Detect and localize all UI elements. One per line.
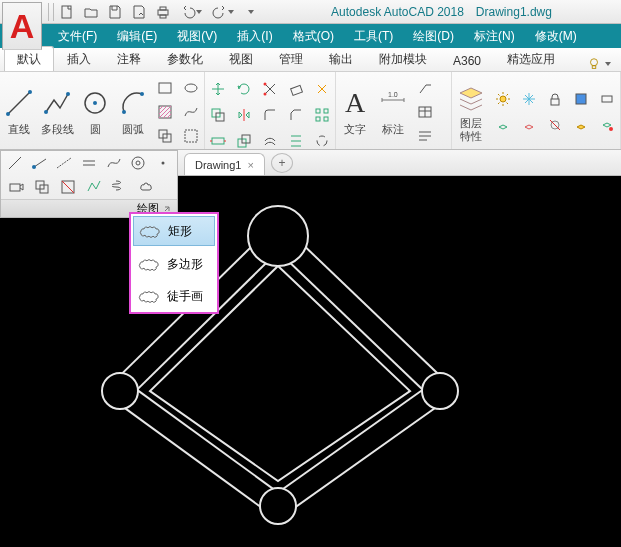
svg-point-10 bbox=[66, 92, 70, 96]
app-logo[interactable]: A bbox=[2, 2, 42, 50]
open-icon[interactable] bbox=[80, 2, 102, 22]
dp-ray-icon[interactable] bbox=[30, 153, 51, 173]
layer-plot-icon[interactable] bbox=[596, 88, 618, 110]
mtext-icon[interactable] bbox=[414, 125, 436, 147]
offset-icon[interactable] bbox=[259, 130, 281, 152]
layer-make-icon[interactable] bbox=[570, 114, 592, 136]
layer-freeze-icon[interactable] bbox=[518, 88, 540, 110]
leader-icon[interactable] bbox=[414, 77, 436, 99]
chamfer-icon[interactable] bbox=[285, 104, 307, 126]
array-icon[interactable] bbox=[311, 104, 333, 126]
circle-label: 圆 bbox=[90, 122, 101, 137]
menu-draw[interactable]: 绘图(D) bbox=[403, 24, 464, 48]
ribbon-help-bulb-icon[interactable] bbox=[577, 57, 621, 71]
trim-icon[interactable] bbox=[259, 78, 281, 100]
tab-featured[interactable]: 精选应用 bbox=[494, 46, 568, 71]
revcloud-rect-item[interactable]: 矩形 bbox=[133, 216, 215, 246]
menu-insert[interactable]: 插入(I) bbox=[227, 24, 282, 48]
svg-rect-15 bbox=[159, 83, 171, 93]
region-icon[interactable] bbox=[154, 125, 176, 147]
menu-format[interactable]: 格式(O) bbox=[283, 24, 344, 48]
spline-icon[interactable] bbox=[180, 101, 202, 123]
boundary-icon[interactable] bbox=[180, 125, 202, 147]
break-icon[interactable] bbox=[311, 130, 333, 152]
revcloud-freehand-label: 徒手画 bbox=[167, 288, 203, 305]
tab-view[interactable]: 视图 bbox=[216, 46, 266, 71]
menu-edit[interactable]: 编辑(E) bbox=[107, 24, 167, 48]
dp-line-icon[interactable] bbox=[5, 153, 26, 173]
dp-xline-icon[interactable] bbox=[54, 153, 75, 173]
tab-output[interactable]: 输出 bbox=[316, 46, 366, 71]
hatch-icon[interactable] bbox=[154, 101, 176, 123]
rect-icon[interactable] bbox=[154, 77, 176, 99]
revcloud-dropdown-menu: 矩形 多边形 徒手画 bbox=[129, 212, 219, 314]
print-icon[interactable] bbox=[152, 2, 174, 22]
revcloud-polygon-item[interactable]: 多边形 bbox=[131, 248, 217, 280]
layer-uniso-icon[interactable] bbox=[518, 114, 540, 136]
circle-tool[interactable]: 圆 bbox=[78, 86, 112, 137]
menu-dim[interactable]: 标注(N) bbox=[464, 24, 525, 48]
svg-rect-38 bbox=[576, 94, 586, 104]
ribbon-tabs: 默认 插入 注释 参数化 视图 管理 输出 附加模块 A360 精选应用 bbox=[0, 48, 621, 72]
polyline-tool[interactable]: 多段线 bbox=[40, 86, 74, 137]
layer-color-icon[interactable] bbox=[570, 88, 592, 110]
save-icon[interactable] bbox=[104, 2, 126, 22]
text-tool[interactable]: A 文字 bbox=[338, 86, 372, 137]
tab-addons[interactable]: 附加模块 bbox=[366, 46, 440, 71]
dp-revcloud-icon[interactable] bbox=[135, 177, 157, 197]
close-icon[interactable]: × bbox=[247, 159, 253, 171]
align-icon[interactable] bbox=[285, 130, 307, 152]
tab-param[interactable]: 参数化 bbox=[154, 46, 216, 71]
svg-point-4 bbox=[591, 59, 598, 66]
move-icon[interactable] bbox=[207, 78, 229, 100]
layer-properties[interactable]: 图层 特性 bbox=[454, 81, 488, 141]
undo-icon[interactable] bbox=[176, 2, 206, 22]
layer-lock-icon[interactable] bbox=[544, 88, 566, 110]
dp-helix-icon[interactable] bbox=[109, 177, 131, 197]
revcloud-freehand-item[interactable]: 徒手画 bbox=[131, 280, 217, 312]
erase-icon[interactable] bbox=[285, 78, 307, 100]
tab-manage[interactable]: 管理 bbox=[266, 46, 316, 71]
table-icon[interactable] bbox=[414, 101, 436, 123]
mirror-icon[interactable] bbox=[233, 104, 255, 126]
saveas-icon[interactable] bbox=[128, 2, 150, 22]
fillet-icon[interactable] bbox=[259, 104, 281, 126]
layer-match-icon[interactable] bbox=[596, 114, 618, 136]
tab-insert[interactable]: 插入 bbox=[54, 46, 104, 71]
explode-icon[interactable] bbox=[311, 78, 333, 100]
doc-tab-drawing1[interactable]: Drawing1 × bbox=[184, 153, 265, 175]
tab-a360[interactable]: A360 bbox=[440, 49, 494, 71]
menu-view[interactable]: 视图(V) bbox=[167, 24, 227, 48]
drawing-canvas[interactable]: 软件自学网 WWW.RJZXW.COM bbox=[0, 176, 621, 547]
new-icon[interactable] bbox=[56, 2, 78, 22]
layer-off-icon[interactable] bbox=[544, 114, 566, 136]
qat-customize-icon[interactable] bbox=[240, 2, 262, 22]
dp-wipeout-icon[interactable] bbox=[57, 177, 79, 197]
dimension-tool[interactable]: 1.0 标注 bbox=[376, 86, 410, 137]
menu-tools[interactable]: 工具(T) bbox=[344, 24, 403, 48]
ellipse-icon[interactable] bbox=[180, 77, 202, 99]
menu-modify[interactable]: 修改(M) bbox=[525, 24, 587, 48]
layer-iso-icon[interactable] bbox=[492, 114, 514, 136]
dp-donut-icon[interactable] bbox=[128, 153, 149, 173]
layer-light-icon[interactable] bbox=[492, 88, 514, 110]
svg-point-12 bbox=[93, 101, 97, 105]
line-tool[interactable]: 直线 bbox=[2, 86, 36, 137]
dp-region2-icon[interactable] bbox=[31, 177, 53, 197]
dp-spline-icon[interactable] bbox=[103, 153, 124, 173]
dp-camera-icon[interactable] bbox=[5, 177, 27, 197]
menu-file[interactable]: 文件(F) bbox=[48, 24, 107, 48]
stretch-icon[interactable] bbox=[207, 130, 229, 152]
dp-3dpoly-icon[interactable] bbox=[83, 177, 105, 197]
scale-icon[interactable] bbox=[233, 130, 255, 152]
tab-annotate[interactable]: 注释 bbox=[104, 46, 154, 71]
dp-mline-icon[interactable] bbox=[79, 153, 100, 173]
new-tab-icon[interactable]: + bbox=[271, 153, 293, 173]
qat-grip[interactable] bbox=[48, 3, 54, 21]
redo-icon[interactable] bbox=[208, 2, 238, 22]
dp-point-icon[interactable] bbox=[152, 153, 173, 173]
svg-rect-23 bbox=[291, 85, 303, 95]
copy-icon[interactable] bbox=[207, 104, 229, 126]
arc-tool[interactable]: 圆弧 bbox=[116, 86, 150, 137]
rotate-icon[interactable] bbox=[233, 78, 255, 100]
